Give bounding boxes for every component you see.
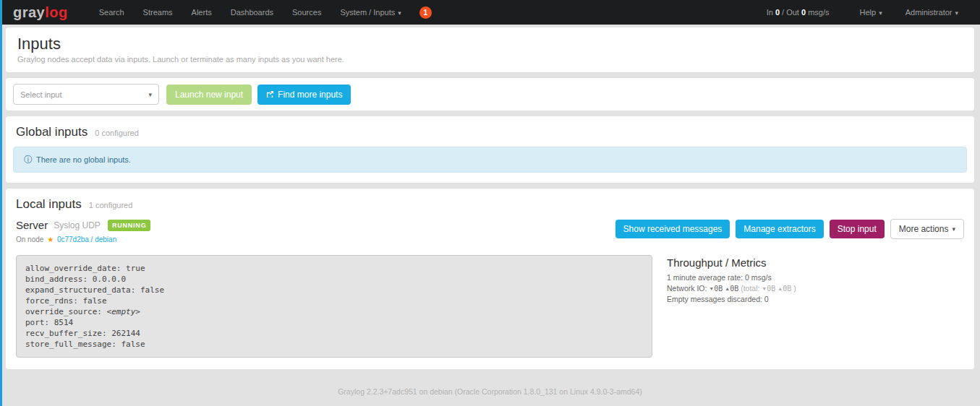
input-entry-header: Server Syslog UDP RUNNING On node ★ 0c77…: [16, 219, 964, 243]
config-line: allow_override_datetrue: [25, 263, 643, 274]
config-value: 8514: [54, 318, 74, 327]
nav-item-system-inputs[interactable]: System / Inputs▾: [331, 8, 410, 17]
config-value: false: [82, 296, 106, 306]
node-line: On node ★ 0c77d2ba / debian: [16, 236, 150, 243]
config-key: allow_override_date: [25, 264, 126, 273]
global-inputs-panel: Global inputs 0 configured ⓘ There are n…: [6, 116, 974, 183]
external-link-icon: [266, 90, 274, 98]
local-inputs-count: 1 configured: [89, 201, 133, 210]
config-key: override_source: [25, 307, 107, 316]
alert-message: There are no global inputs.: [36, 155, 131, 164]
page-header-panel: Inputs Graylog nodes accept data via inp…: [6, 27, 974, 72]
no-global-inputs-alert: ⓘ There are no global inputs.: [13, 147, 967, 173]
network-io-line: Network IO: ▼0B ▲0B (total: ▼0B ▲0B ): [667, 283, 796, 294]
metrics-title: Throughput / Metrics: [667, 256, 796, 269]
nav-right-group: In 0 / Out 0 msg/s Help▾ Administrator▾: [767, 8, 970, 17]
show-received-messages-button[interactable]: Show received messages: [615, 220, 730, 238]
input-title-line: Server Syslog UDP RUNNING: [16, 219, 150, 231]
network-io-label: Network IO:: [667, 284, 707, 293]
global-throughput: In 0 / Out 0 msg/s: [767, 8, 830, 17]
version-footer: Graylog 2.2.3+7adc951 on debian (Oracle …: [0, 375, 980, 396]
graylog-logo[interactable]: graylog: [13, 4, 68, 21]
config-value: true: [126, 264, 145, 273]
page-subtitle: Graylog nodes accept data via inputs. La…: [17, 55, 963, 64]
config-value: false: [140, 285, 164, 295]
config-key: store_full_message: [25, 340, 121, 349]
average-rate-line: 1 minute average rate: 0 msg/s: [667, 272, 796, 283]
nav-item-search[interactable]: Search: [90, 8, 134, 17]
page-title: Inputs: [17, 35, 963, 53]
network-io-total: (total: ▼0B ▲0B ): [741, 284, 796, 293]
info-circle-icon: ⓘ: [24, 155, 33, 164]
config-line: store_full_messagefalse: [25, 339, 643, 350]
star-icon: ★: [47, 236, 54, 243]
nav-item-dashboards[interactable]: Dashboards: [221, 8, 283, 17]
global-inputs-count: 0 configured: [95, 129, 139, 137]
caret-down-icon: ▾: [148, 91, 152, 98]
total-close: ): [793, 284, 796, 293]
status-badge: RUNNING: [108, 220, 151, 231]
select-input-placeholder: Select input: [20, 90, 148, 99]
total-label: (total:: [741, 284, 759, 293]
global-inputs-title-row: Global inputs 0 configured: [16, 125, 967, 139]
network-io-up: 0B: [730, 285, 738, 293]
throughput-unit: msg/s: [808, 8, 829, 17]
local-inputs-title: Local inputs: [16, 197, 82, 212]
logo-text-log: log: [45, 4, 68, 20]
select-input-dropdown[interactable]: Select input ▾: [13, 84, 159, 105]
input-identity: Server Syslog UDP RUNNING On node ★ 0c77…: [16, 219, 150, 243]
node-link[interactable]: 0c77d2ba / debian: [57, 236, 116, 243]
config-line: force_rdnsfalse: [25, 295, 643, 306]
find-more-inputs-button[interactable]: Find more inputs: [257, 85, 351, 105]
empty-messages-line: Empty messages discarded: 0: [667, 294, 796, 305]
config-line: override_source<empty>: [25, 306, 643, 317]
manage-extractors-button[interactable]: Manage extractors: [736, 220, 823, 238]
nav-item-label: System / Inputs: [340, 8, 395, 17]
more-actions-button[interactable]: More actions ▾: [890, 219, 964, 239]
config-value: <empty>: [107, 307, 140, 316]
nav-item-sources[interactable]: Sources: [283, 8, 331, 17]
throughput-in-value: 0: [775, 8, 780, 17]
top-navbar: graylog Search Streams Alerts Dashboards…: [0, 0, 980, 25]
throughput-out-value: 0: [801, 8, 806, 17]
stop-input-button[interactable]: Stop input: [830, 220, 885, 238]
global-inputs-title: Global inputs: [16, 125, 88, 139]
find-more-inputs-label: Find more inputs: [278, 90, 342, 100]
config-key: bind_address: [25, 275, 93, 284]
input-name: Server: [16, 219, 48, 231]
nav-item-help[interactable]: Help▾: [848, 8, 894, 17]
throughput-mid: / Out: [782, 8, 799, 17]
config-line: bind_address0.0.0.0: [25, 274, 643, 285]
config-value: 262144: [111, 329, 140, 338]
input-body: allow_override_datetrue bind_address0.0.…: [16, 255, 964, 358]
nav-item-alerts[interactable]: Alerts: [182, 8, 221, 17]
more-actions-label: More actions: [899, 224, 949, 234]
caret-down-icon: ▾: [398, 9, 401, 17]
logo-text-gray: gray: [13, 4, 45, 20]
notification-badge[interactable]: 1: [419, 7, 432, 19]
network-io-total-down: 0B: [767, 285, 775, 293]
input-type: Syslog UDP: [54, 220, 101, 230]
launch-new-input-button[interactable]: Launch new input: [166, 85, 252, 105]
nav-menu: Search Streams Alerts Dashboards Sources…: [90, 7, 432, 19]
input-launcher-panel: Select input ▾ Launch new input Find mor…: [6, 78, 974, 111]
caret-down-icon: ▾: [955, 9, 958, 17]
local-inputs-title-row: Local inputs 1 configured: [16, 197, 967, 212]
config-key: force_rdns: [25, 296, 82, 306]
nav-item-streams[interactable]: Streams: [134, 8, 182, 17]
config-line: expand_structured_datafalse: [25, 285, 643, 295]
config-line: recv_buffer_size262144: [25, 328, 643, 339]
network-io-total-up: 0B: [783, 285, 791, 293]
nav-item-user-menu[interactable]: Administrator▾: [894, 8, 970, 17]
node-label: On node: [16, 236, 43, 243]
caret-down-icon: ▾: [952, 225, 955, 233]
network-io-down: 0B: [714, 285, 723, 293]
throughput-prefix: In: [767, 8, 773, 17]
config-value: false: [121, 340, 145, 349]
config-value: 0.0.0.0: [93, 275, 126, 284]
local-inputs-panel: Local inputs 1 configured Server Syslog …: [6, 189, 974, 369]
help-label: Help: [860, 8, 877, 17]
config-key: recv_buffer_size: [25, 329, 111, 338]
window-focus-strip: [0, 0, 2, 406]
throughput-metrics: Throughput / Metrics 1 minute average ra…: [667, 255, 796, 358]
